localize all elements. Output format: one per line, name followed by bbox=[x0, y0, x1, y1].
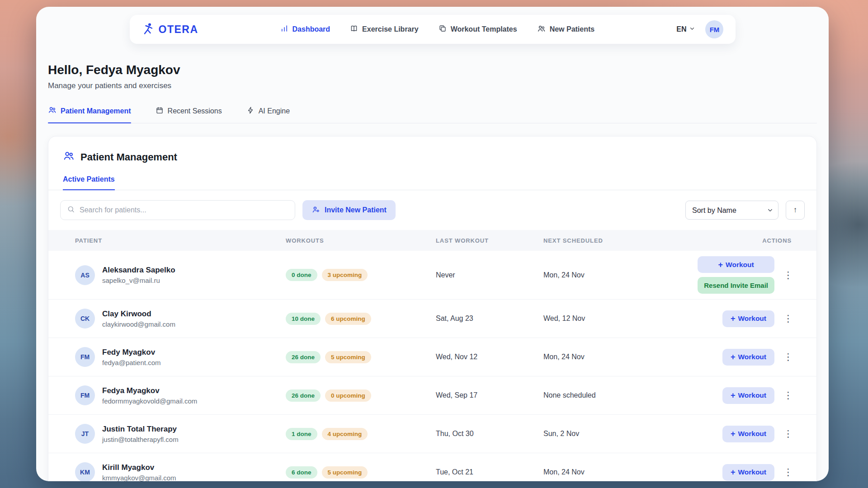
kebab-menu-icon[interactable]: ⋮ bbox=[783, 467, 792, 478]
add-workout-button[interactable]: + Workout bbox=[698, 256, 774, 273]
table-row: AS Aleksandra Sapelko sapelko_v@mail.ru … bbox=[48, 251, 816, 300]
top-navbar: OTERA Dashboard Exercise Library bbox=[130, 15, 736, 44]
panel-title-row: Patient Management bbox=[48, 136, 816, 164]
people-icon bbox=[63, 150, 75, 164]
resend-invite-button[interactable]: Resend Invite Email bbox=[698, 277, 774, 294]
plus-icon: + bbox=[731, 353, 736, 361]
column-header-patient: PATIENT bbox=[75, 237, 286, 244]
next-scheduled-value: Wed, 12 Nov bbox=[543, 314, 722, 323]
last-workout-value: Sat, Aug 23 bbox=[436, 314, 543, 323]
kebab-menu-icon[interactable]: ⋮ bbox=[783, 270, 792, 281]
upcoming-badge: 4 upcoming bbox=[322, 428, 368, 440]
patient-email: sapelko_v@mail.ru bbox=[102, 277, 175, 284]
page-subtitle: Manage your patients and exercises bbox=[48, 81, 817, 90]
table-row: FM Fedy Myagkov fedya@patient.com 26 don… bbox=[48, 338, 816, 376]
add-workout-button[interactable]: + Workout bbox=[722, 349, 774, 366]
plus-icon: + bbox=[731, 430, 736, 438]
sort-direction-button[interactable]: ↑ bbox=[786, 201, 805, 220]
patient-identity: Clay Kirwood claykirwood@gmail.com bbox=[102, 310, 175, 328]
workout-button-label: Workout bbox=[738, 468, 766, 476]
avatar: CK bbox=[75, 309, 95, 328]
plus-icon: + bbox=[731, 314, 736, 323]
nav-item-dashboard[interactable]: Dashboard bbox=[280, 24, 330, 35]
tab-label: Patient Management bbox=[61, 107, 131, 115]
add-workout-button[interactable]: + Workout bbox=[722, 426, 774, 442]
copy-icon bbox=[439, 24, 447, 34]
patient-name: Clay Kirwood bbox=[102, 310, 175, 319]
sort-select[interactable]: Sort by Name bbox=[685, 201, 778, 220]
workouts-cell: 26 done 5 upcoming bbox=[286, 351, 436, 363]
patient-identity: Kirill Myagkov kmmyagkov@gmail.com bbox=[102, 463, 176, 482]
resend-button-label: Resend Invite Email bbox=[704, 282, 768, 289]
otera-figure-icon bbox=[142, 22, 154, 37]
add-workout-button[interactable]: + Workout bbox=[722, 464, 774, 481]
bar-chart-icon bbox=[280, 24, 288, 34]
kebab-menu-icon[interactable]: ⋮ bbox=[783, 428, 792, 439]
patient-email: fedya@patient.com bbox=[102, 359, 160, 366]
patient-name: Aleksandra Sapelko bbox=[102, 266, 175, 275]
avatar: JT bbox=[75, 424, 95, 444]
workout-button-label: Workout bbox=[738, 430, 766, 438]
avatar: FM bbox=[75, 347, 95, 367]
tab-patient-management[interactable]: Patient Management bbox=[48, 106, 131, 123]
kebab-menu-icon[interactable]: ⋮ bbox=[783, 352, 792, 362]
main-content: Hello, Fedya Myagkov Manage your patient… bbox=[36, 63, 829, 481]
sort-select-wrapper: Sort by Name bbox=[685, 201, 778, 220]
tab-label: Recent Sessions bbox=[168, 107, 222, 115]
nav-item-new-patients[interactable]: New Patients bbox=[537, 24, 595, 35]
kebab-menu-icon[interactable]: ⋮ bbox=[783, 313, 792, 324]
patient-email: fedormmyagkovold@gmail.com bbox=[102, 397, 197, 405]
last-workout-value: Thu, Oct 30 bbox=[436, 430, 543, 438]
add-workout-button[interactable]: + Workout bbox=[722, 310, 774, 327]
nav-item-workout-templates[interactable]: Workout Templates bbox=[439, 24, 517, 35]
kebab-menu-icon[interactable]: ⋮ bbox=[783, 390, 792, 401]
plus-icon: + bbox=[718, 261, 723, 269]
brand-logo[interactable]: OTERA bbox=[142, 22, 198, 37]
column-header-workouts: WORKOUTS bbox=[286, 237, 436, 244]
workouts-cell: 0 done 3 upcoming bbox=[286, 269, 436, 281]
language-selector[interactable]: EN bbox=[676, 25, 695, 33]
last-workout-value: Wed, Sep 17 bbox=[436, 391, 543, 399]
user-avatar[interactable]: FM bbox=[705, 20, 723, 38]
patient-identity: Fedy Myagkov fedya@patient.com bbox=[102, 348, 160, 366]
upcoming-badge: 0 upcoming bbox=[325, 389, 371, 402]
add-workout-button[interactable]: + Workout bbox=[722, 387, 774, 404]
patient-cell: FM Fedy Myagkov fedya@patient.com bbox=[75, 347, 286, 367]
invite-new-patient-button[interactable]: Invite New Patient bbox=[302, 200, 396, 220]
avatar: KM bbox=[75, 462, 95, 481]
patient-identity: Justin Total Therapy justin@totaltherapy… bbox=[102, 425, 179, 443]
tab-recent-sessions[interactable]: Recent Sessions bbox=[156, 106, 222, 123]
nav-item-exercise-library[interactable]: Exercise Library bbox=[350, 24, 419, 35]
next-scheduled-value: Mon, 24 Nov bbox=[543, 353, 722, 361]
done-badge: 0 done bbox=[286, 269, 317, 281]
patient-identity: Aleksandra Sapelko sapelko_v@mail.ru bbox=[102, 266, 175, 284]
page-tabs: Patient Management Recent Sessions AI bbox=[48, 106, 817, 123]
done-badge: 10 done bbox=[286, 313, 321, 325]
next-scheduled-value: Mon, 24 Nov bbox=[543, 271, 698, 279]
tab-ai-engine[interactable]: AI Engine bbox=[246, 106, 290, 123]
brand-name: OTERA bbox=[159, 23, 198, 36]
next-scheduled-value: Mon, 24 Nov bbox=[543, 468, 722, 476]
patient-name: Kirill Myagkov bbox=[102, 463, 176, 472]
patient-identity: Fedya Myagkov fedormmyagkovold@gmail.com bbox=[102, 386, 197, 405]
action-buttons: + Workout Resend Invite Email bbox=[698, 256, 774, 294]
subtab-active-patients[interactable]: Active Patients bbox=[63, 175, 115, 190]
last-workout-value: Never bbox=[436, 271, 543, 279]
panel-title: Patient Management bbox=[80, 151, 177, 163]
nav-links: Dashboard Exercise Library bbox=[280, 24, 595, 35]
tab-label: AI Engine bbox=[259, 107, 290, 115]
lightning-icon bbox=[246, 106, 255, 116]
nav-item-label: Workout Templates bbox=[451, 25, 517, 33]
people-icon bbox=[537, 24, 546, 35]
workouts-cell: 1 done 4 upcoming bbox=[286, 428, 436, 440]
table-row: JT Justin Total Therapy justin@totalther… bbox=[48, 415, 816, 453]
search-input[interactable] bbox=[80, 206, 288, 214]
workouts-cell: 26 done 0 upcoming bbox=[286, 389, 436, 402]
language-label: EN bbox=[676, 25, 686, 33]
last-workout-value: Tue, Oct 21 bbox=[436, 468, 543, 476]
invite-button-label: Invite New Patient bbox=[325, 206, 387, 214]
patient-name: Fedy Myagkov bbox=[102, 348, 160, 357]
page-title: Hello, Fedya Myagkov bbox=[48, 63, 817, 77]
upcoming-badge: 5 upcoming bbox=[325, 351, 371, 363]
workouts-cell: 10 done 6 upcoming bbox=[286, 313, 436, 325]
